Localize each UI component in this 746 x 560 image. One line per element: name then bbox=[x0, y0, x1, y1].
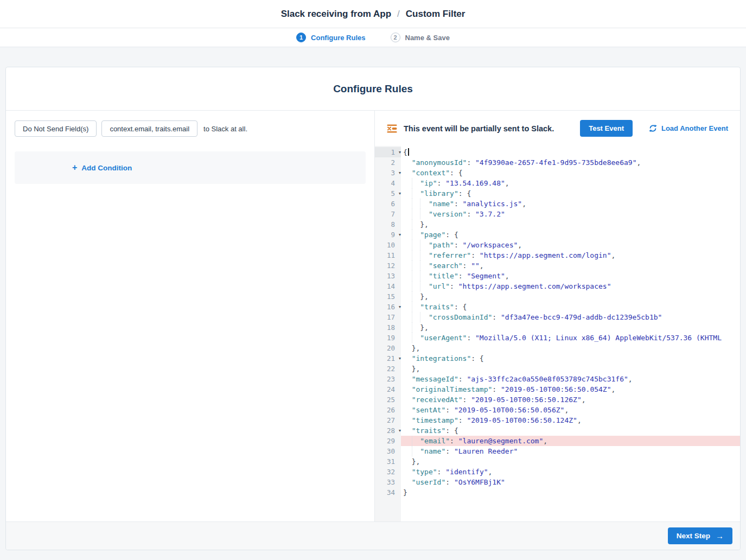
line-number: 25 bbox=[387, 396, 395, 404]
code-line[interactable]: 13"title": "Segment", bbox=[375, 271, 740, 281]
code-line-content: "page": { bbox=[401, 230, 740, 240]
next-step-button[interactable]: Next Step → bbox=[668, 527, 732, 544]
code-line[interactable]: 3▾"context": { bbox=[375, 168, 740, 178]
configure-rules-card: Configure Rules Do Not Send Field(s) con… bbox=[5, 67, 741, 550]
step-1-circle: 1 bbox=[296, 33, 306, 42]
load-another-event-link[interactable]: Load Another Event bbox=[649, 124, 728, 132]
line-number: 32 bbox=[387, 468, 395, 476]
code-line[interactable]: 16▾"traits": { bbox=[375, 302, 740, 312]
line-number: 4 bbox=[391, 179, 395, 187]
line-number: 13 bbox=[387, 272, 395, 280]
code-line[interactable]: 11"referrer": "https://app.segment.com/l… bbox=[375, 250, 740, 260]
plus-icon: + bbox=[72, 163, 77, 172]
code-line-content: "path": "/workspaces", bbox=[401, 240, 740, 250]
rule-row: Do Not Send Field(s) context.email, trai… bbox=[15, 120, 366, 137]
code-line-content: }, bbox=[401, 364, 740, 374]
line-number: 14 bbox=[387, 282, 395, 290]
code-line[interactable]: 17"crossDomainId": "df3a47ee-bcc9-479d-a… bbox=[375, 312, 740, 322]
code-line[interactable]: 21▾"integrations": { bbox=[375, 353, 740, 364]
code-line[interactable]: 1▾{ bbox=[375, 147, 740, 157]
code-line-content: "userId": "OsY6MFBj1K" bbox=[401, 477, 740, 487]
code-line[interactable]: 34} bbox=[375, 487, 740, 498]
code-line[interactable]: 8}, bbox=[375, 219, 740, 230]
code-line-content: "type": "identify", bbox=[401, 467, 740, 477]
line-number: 30 bbox=[387, 447, 395, 455]
code-line[interactable]: 19"userAgent": "Mozilla/5.0 (X11; Linux … bbox=[375, 333, 740, 343]
code-line[interactable]: 27"timestamp": "2019-05-10T00:56:50.124Z… bbox=[375, 415, 740, 425]
step-configure-rules[interactable]: 1 Configure Rules bbox=[296, 33, 365, 42]
next-step-label: Next Step bbox=[677, 532, 710, 540]
code-line-content: "traits": { bbox=[401, 302, 740, 312]
add-condition-button[interactable]: + Add Condition bbox=[69, 163, 135, 173]
code-line[interactable]: 12"search": "", bbox=[375, 260, 740, 271]
code-line[interactable]: 31}, bbox=[375, 456, 740, 467]
fold-arrow-icon[interactable]: ▾ bbox=[399, 302, 401, 312]
step-name-save[interactable]: 2 Name & Save bbox=[391, 33, 450, 42]
event-status-message: This event will be partially sent to Sla… bbox=[404, 124, 575, 133]
event-header: This event will be partially sent to Sla… bbox=[375, 111, 740, 146]
code-line-content: "name": "Lauren Reeder" bbox=[401, 446, 740, 456]
code-line-content: } bbox=[401, 487, 740, 498]
code-line[interactable]: 15}, bbox=[375, 291, 740, 302]
steps-bar: 1 Configure Rules 2 Name & Save bbox=[0, 28, 746, 47]
step-2-circle: 2 bbox=[391, 33, 400, 42]
fields-value-button[interactable]: context.email, traits.email bbox=[101, 120, 197, 137]
code-line[interactable]: 20}, bbox=[375, 343, 740, 353]
line-number: 33 bbox=[387, 478, 395, 486]
code-line[interactable]: 28▾"traits": { bbox=[375, 425, 740, 436]
code-line[interactable]: 30"name": "Lauren Reeder" bbox=[375, 446, 740, 456]
line-number: 8 bbox=[391, 220, 395, 228]
code-line-content: }, bbox=[401, 456, 740, 467]
code-line-content: "timestamp": "2019-05-10T00:56:50.124Z", bbox=[401, 415, 740, 425]
arrow-right-icon: → bbox=[716, 532, 724, 540]
code-line[interactable]: 32"type": "identify", bbox=[375, 467, 740, 477]
line-number: 10 bbox=[387, 241, 395, 249]
do-not-send-fields-button[interactable]: Do Not Send Field(s) bbox=[15, 120, 97, 137]
line-number: 9 bbox=[391, 231, 395, 239]
code-line[interactable]: 23"messageId": "ajs-33ffc2ac0a550e8f0537… bbox=[375, 374, 740, 384]
code-editor[interactable]: 1▾{2"anonymousId": "4f9390ae-2657-4fe1-9… bbox=[375, 146, 740, 521]
code-line[interactable]: 5▾"library": { bbox=[375, 188, 740, 199]
code-line[interactable]: 10"path": "/workspaces", bbox=[375, 240, 740, 250]
code-line-content: "userAgent": "Mozilla/5.0 (X11; Linux x8… bbox=[401, 333, 740, 343]
code-line[interactable]: 6"name": "analytics.js", bbox=[375, 199, 740, 209]
fold-arrow-icon[interactable]: ▾ bbox=[399, 188, 401, 199]
fold-arrow-icon[interactable]: ▾ bbox=[399, 425, 401, 436]
fold-arrow-icon[interactable]: ▾ bbox=[399, 168, 401, 178]
code-line-content: "anonymousId": "4f9390ae-2657-4fe1-9d95-… bbox=[401, 157, 740, 168]
refresh-icon bbox=[649, 124, 657, 132]
breadcrumb-connection[interactable]: Slack receiving from App bbox=[281, 9, 391, 20]
page-header: Slack receiving from App / Custom Filter bbox=[0, 0, 746, 28]
code-line-content: }, bbox=[401, 219, 740, 230]
code-line[interactable]: 33"userId": "OsY6MFBj1K" bbox=[375, 477, 740, 487]
code-line[interactable]: 9▾"page": { bbox=[375, 230, 740, 240]
code-line[interactable]: 24"originalTimestamp": "2019-05-10T00:56… bbox=[375, 384, 740, 394]
code-line[interactable]: 18}, bbox=[375, 322, 740, 333]
code-line[interactable]: 29"email": "lauren@segment.com", bbox=[375, 436, 740, 446]
code-line[interactable]: 22}, bbox=[375, 364, 740, 374]
code-line[interactable]: 25"receivedAt": "2019-05-10T00:56:50.126… bbox=[375, 394, 740, 405]
rule-suffix-text: to Slack at all. bbox=[203, 125, 247, 133]
code-line[interactable]: 7"version": "3.7.2" bbox=[375, 209, 740, 219]
line-number: 34 bbox=[387, 488, 395, 497]
fold-arrow-icon[interactable]: ▾ bbox=[399, 353, 401, 364]
line-number: 6 bbox=[391, 200, 395, 208]
code-line[interactable]: 14"url": "https://app.segment.com/worksp… bbox=[375, 281, 740, 291]
line-number: 28 bbox=[387, 427, 395, 435]
fold-arrow-icon[interactable]: ▾ bbox=[399, 230, 401, 240]
code-line[interactable]: 4"ip": "13.54.169.48", bbox=[375, 178, 740, 188]
line-number: 26 bbox=[387, 406, 395, 414]
test-event-button[interactable]: Test Event bbox=[580, 120, 633, 137]
fold-arrow-icon[interactable]: ▾ bbox=[399, 147, 401, 157]
breadcrumb-current: Custom Filter bbox=[406, 9, 466, 20]
line-number: 20 bbox=[387, 344, 395, 352]
line-number: 16 bbox=[387, 303, 395, 311]
code-line[interactable]: 26"sentAt": "2019-05-10T00:56:50.056Z", bbox=[375, 405, 740, 415]
code-line[interactable]: 2"anonymousId": "4f9390ae-2657-4fe1-9d95… bbox=[375, 157, 740, 168]
code-line-content: "name": "analytics.js", bbox=[401, 199, 740, 209]
code-line-content: "context": { bbox=[401, 168, 740, 178]
code-line-content: "search": "", bbox=[401, 260, 740, 271]
code-line-content: }, bbox=[401, 343, 740, 353]
rule-builder-panel: Do Not Send Field(s) context.email, trai… bbox=[6, 111, 375, 521]
line-number: 29 bbox=[387, 437, 395, 445]
